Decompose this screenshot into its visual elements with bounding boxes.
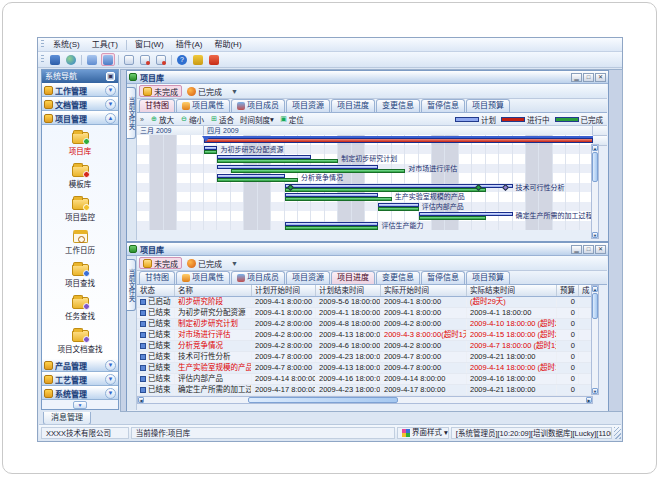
sidebar-section-产品管理[interactable]: 产品管理▼ <box>42 358 118 372</box>
chevron-down-icon[interactable]: ▼ <box>105 85 116 96</box>
gantt-actual-bar[interactable] <box>217 178 297 182</box>
minimize-button[interactable]: ▁ <box>571 73 582 82</box>
maximize-button[interactable]: □ <box>583 245 594 254</box>
scroll-thumb[interactable] <box>592 152 598 182</box>
scroll-down-icon[interactable]: ▼ <box>592 388 598 394</box>
column-header-实际开始时间[interactable]: 实际开始时间 <box>381 285 467 296</box>
tab-项目进度[interactable]: 项目进度 <box>331 271 375 284</box>
gantt-actual-bar[interactable] <box>285 197 392 201</box>
tab-变更信息[interactable]: 变更信息 <box>376 271 420 284</box>
sidebar-section-文档管理[interactable]: 文档管理▼ <box>42 97 118 111</box>
tab-项目资源[interactable]: 项目资源 <box>286 271 330 284</box>
chevron-down-icon[interactable]: ▼ <box>105 374 116 385</box>
scroll-right-icon[interactable]: ▶ <box>586 397 592 403</box>
table-row[interactable]: 已结束确定生产所需的加工过程2009-4-17 8:00:002009-4-23… <box>137 385 593 396</box>
chevron-up-icon[interactable]: ▲ <box>105 113 116 124</box>
定位-button[interactable]: ▣定位 <box>280 114 304 125</box>
help-button[interactable]: ? <box>175 53 189 66</box>
exit-button[interactable] <box>207 53 221 66</box>
table-row[interactable]: 已启动初步研究阶段2009-4-1 8:00:002009-5-6 18:00:… <box>137 297 593 308</box>
resize-grip[interactable] <box>614 427 621 439</box>
mail-del-button[interactable] <box>154 53 168 66</box>
gantt-actual-bar[interactable] <box>285 226 379 230</box>
tab-暂停信息[interactable]: 暂停信息 <box>421 99 465 112</box>
column-header-计划结束时间[interactable]: 计划结束时间 <box>316 285 381 296</box>
sidebar-section-系统管理[interactable]: 系统管理▼ <box>42 386 118 400</box>
close-button[interactable]: ✕ <box>595 245 606 254</box>
column-header-状态[interactable]: 状态 <box>137 285 175 296</box>
chevron-down-icon[interactable]: ▼ <box>105 388 116 399</box>
current-folder-vertical-tab[interactable]: 当前文件夹 <box>127 259 136 311</box>
tab-甘特图[interactable]: 甘特图 <box>139 271 175 284</box>
minimize-button[interactable]: ▁ <box>571 245 582 254</box>
sidebar-section-项目管理[interactable]: 项目管理▲ <box>42 111 118 125</box>
menubar-grip[interactable] <box>41 40 44 49</box>
menu-item[interactable]: 帮助(H) <box>208 39 247 51</box>
已完成-button[interactable]: 已完成 <box>184 85 225 97</box>
tab-项目成员[interactable]: 项目成员 <box>231 99 285 112</box>
放大-button[interactable]: ⊕放大 <box>150 114 174 125</box>
menu-item[interactable]: 窗口(W) <box>129 39 170 51</box>
sidebar-item-项目监控[interactable]: 项目监控 <box>42 193 118 226</box>
scroll-thumb[interactable] <box>248 397 398 403</box>
时间刻度-button[interactable]: 时间刻度▾ <box>240 114 274 125</box>
current-folder-vertical-tab[interactable]: 当前文件夹 <box>127 87 136 139</box>
menu-item[interactable]: 工具(T) <box>86 39 124 51</box>
未完成-button[interactable]: 未完成 <box>139 85 182 97</box>
gantt-actual-bar[interactable] <box>378 207 418 211</box>
适合-button[interactable]: ⊞适合 <box>210 114 234 125</box>
scroll-left-icon[interactable]: ◀ <box>138 397 144 403</box>
menu-item[interactable]: 插件(A) <box>170 39 209 51</box>
mail-new-button[interactable] <box>138 53 152 66</box>
sidebar-item-项目库[interactable]: 项目库 <box>42 127 118 160</box>
gantt-chart[interactable]: 为初步研究分配资源制定初步研究计划对市场进行评估分析竞争情况技术可行性分析生产实… <box>137 135 593 230</box>
gantt-actual-bar[interactable] <box>285 188 486 192</box>
tab-项目属性[interactable]: 项目属性 <box>176 271 230 284</box>
gantt-actual-bar[interactable] <box>419 216 486 220</box>
column-header-计划开始时间[interactable]: 计划开始时间 <box>252 285 316 296</box>
未完成-button[interactable]: 未完成 <box>139 257 182 269</box>
tab-项目资源[interactable]: 项目资源 <box>286 99 330 112</box>
table-vertical-scrollbar[interactable]: ▲ ▼ <box>591 285 599 395</box>
table-horizontal-scrollbar[interactable]: ◀ ▶ <box>137 396 593 404</box>
ui-style-button[interactable]: 界面样式 ▾ <box>397 427 449 439</box>
mail-button[interactable] <box>122 53 136 66</box>
sidebar-item-模板库[interactable]: 模板库 <box>42 160 118 193</box>
folder-save-button[interactable] <box>101 53 115 66</box>
chevron-down-icon[interactable]: ▼ <box>105 360 116 371</box>
scroll-up-icon[interactable]: ▲ <box>592 286 598 292</box>
scroll-up-icon[interactable]: ▲ <box>592 145 598 151</box>
sidebar-collapse-icon[interactable]: ▣ <box>106 72 115 81</box>
tab-项目预算[interactable]: 项目预算 <box>466 271 510 284</box>
缩小-button[interactable]: ⊖缩小 <box>180 114 204 125</box>
close-button[interactable]: ✕ <box>595 73 606 82</box>
lock-button[interactable] <box>191 53 205 66</box>
gantt-actual-bar[interactable] <box>204 150 217 154</box>
toolbar-overflow-icon[interactable]: ▼ <box>231 88 238 95</box>
sidebar-item-项目查找[interactable]: 项目查找 <box>42 259 118 292</box>
sidebar-item-任务查找[interactable]: 任务查找 <box>42 292 118 325</box>
gantt-toolbar-overflow-icon[interactable]: » <box>140 116 144 123</box>
menu-item[interactable]: 系统(S) <box>47 39 86 51</box>
table-row[interactable]: 已结束生产实验室规模的产品2009-4-7 8:00:002009-4-13 1… <box>137 363 593 374</box>
computer-button[interactable] <box>48 53 62 66</box>
scroll-down-icon[interactable]: ▼ <box>592 232 598 238</box>
column-header-名称[interactable]: 名称 <box>175 285 252 296</box>
window-titlebar[interactable]: 项目库 ▁ □ ✕ <box>127 243 608 256</box>
maximize-button[interactable]: □ <box>583 73 594 82</box>
column-header-预算[interactable]: 预算 <box>557 285 579 296</box>
table-row[interactable]: 已结束制定初步研究计划2009-4-2 8:00:002009-4-8 18:0… <box>137 319 593 330</box>
chevron-down-icon[interactable]: ▼ <box>105 99 116 110</box>
tab-项目属性[interactable]: 项目属性 <box>176 99 230 112</box>
column-header-实际结束时间[interactable]: 实际结束时间 <box>467 285 557 296</box>
tab-项目成员[interactable]: 项目成员 <box>231 271 285 284</box>
sidebar-item-项目文档查找[interactable]: 项目文档查找 <box>42 325 118 358</box>
table-row[interactable]: 已结束评估内部产品2009-4-14 8:00:002009-4-16 18:0… <box>137 374 593 385</box>
tab-项目预算[interactable]: 项目预算 <box>466 99 510 112</box>
gantt-actual-bar[interactable] <box>217 159 338 163</box>
gantt-actual-bar[interactable] <box>231 169 405 173</box>
已完成-button[interactable]: 已完成 <box>184 257 225 269</box>
sidebar-item-工作日历[interactable]: 工作日历 <box>42 226 118 259</box>
table-row[interactable]: 已结束对市场进行评估2009-4-2 8:00:002009-4-13 18:0… <box>137 330 593 341</box>
scroll-thumb[interactable] <box>592 293 598 319</box>
